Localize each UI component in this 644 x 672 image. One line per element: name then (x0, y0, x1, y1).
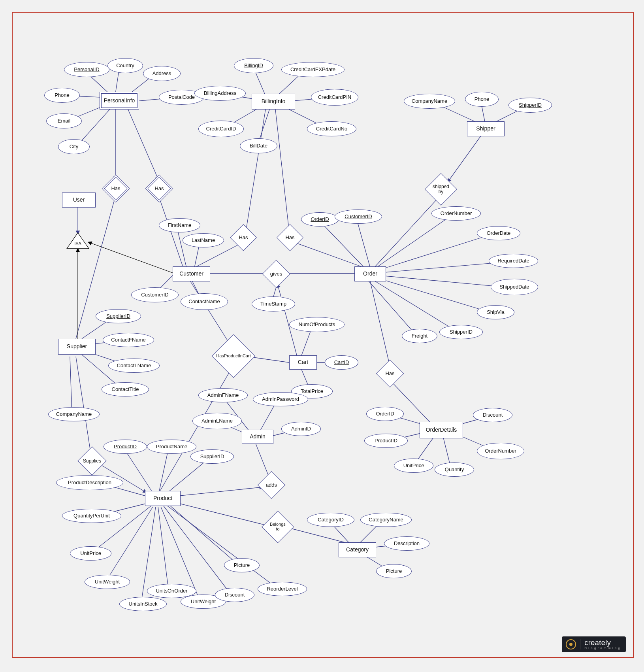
attr-od-disc: Discount (473, 408, 512, 422)
attr-prod-desc: ProductDescription (56, 475, 123, 490)
rel-belongsto[interactable]: Belongs to (266, 515, 289, 538)
entity-personalinfo[interactable]: PersonalInfo (100, 92, 139, 109)
svg-line-57 (70, 357, 72, 414)
logo-tagline: D i a g r a m m i n g (584, 646, 620, 650)
attr-prod-uw1: UnitWeight (85, 575, 130, 589)
isa-triangle[interactable]: ISA (66, 232, 90, 250)
entity-supplier[interactable]: Supplier (58, 339, 96, 355)
attr-prod-stk: UnitsInStock (119, 597, 167, 611)
attr-od-oid: OrderID (366, 407, 404, 421)
attr-admin-pw: AdminPassword (253, 392, 308, 406)
svg-line-39 (376, 214, 453, 268)
attr-prod-supp: SupplierID (190, 449, 234, 464)
rel-shippedby[interactable]: shipped by (429, 178, 452, 201)
svg-line-17 (275, 109, 289, 232)
attr-cust-fn: FirstName (159, 218, 200, 232)
rel-adds[interactable]: adds (262, 475, 281, 495)
attr-ord-cust: CustomerID (335, 210, 382, 224)
svg-line-43 (378, 278, 493, 313)
attr-cat-id: CategoryID (307, 513, 354, 527)
attr-admin-fn: AdminFName (198, 388, 248, 402)
rel-has-bill-customer[interactable]: Has (234, 228, 253, 247)
attr-ord-fr: Freight (402, 329, 437, 343)
rel-gives[interactable]: gives (266, 264, 286, 284)
attr-supp-title: ContactTitle (102, 382, 149, 396)
entity-shipper[interactable]: Shipper (467, 121, 505, 136)
page-frame: PersonalInfo PersonalID Country Address … (0, 0, 644, 672)
attr-cat-pic: Picture (376, 564, 412, 578)
attr-admin-ln: AdminLName (192, 413, 242, 429)
attr-cat-name: CategoryName (360, 513, 412, 527)
attr-cust-ln: LastName (183, 233, 224, 247)
attr-od-up: UnitPrice (394, 459, 433, 473)
svg-line-75 (291, 529, 345, 542)
attr-prod-qpu: QuantityPerUnit (62, 509, 121, 523)
attr-country: Country (107, 58, 143, 73)
attr-ccexp: CreditCardEXPdate (281, 62, 345, 77)
attr-cat-desc: Description (384, 536, 429, 551)
svg-line-8 (127, 108, 159, 181)
svg-line-84 (158, 507, 169, 592)
attr-sh-phone: Phone (465, 92, 499, 107)
attr-supp-co: CompanyName (48, 407, 100, 421)
attr-personalid: PersonalID (64, 62, 109, 77)
svg-line-74 (169, 501, 271, 527)
entity-billinginfo[interactable]: BillingInfo (252, 94, 295, 109)
entity-orderdetails[interactable]: OrderDetails (420, 422, 463, 438)
attr-address: Address (143, 66, 181, 81)
attr-sh-company: CompanyName (404, 94, 455, 109)
attr-ccid: CreditCardID (198, 121, 244, 137)
svg-line-45 (368, 281, 418, 337)
attr-ord-ship: ShippedDate (491, 279, 538, 295)
attr-prod-id: ProductID (104, 440, 147, 454)
attr-cust-cn: ContactName (181, 293, 228, 310)
attr-phone: Phone (44, 88, 80, 103)
svg-line-47 (374, 194, 441, 268)
bulb-icon (566, 639, 576, 649)
attr-supp-cln: ContactLName (108, 359, 160, 373)
entity-customer[interactable]: Customer (173, 266, 210, 281)
attr-ord-via: ShipVia (477, 305, 514, 319)
attr-ccno: CreditCardNo (307, 121, 356, 136)
attr-billaddr: BillingAddress (194, 86, 246, 101)
attr-ord-req: RequiredDate (489, 254, 538, 268)
attr-od-num: OrderNumber (477, 443, 524, 459)
attr-cust-id: CustomerID (131, 287, 179, 302)
rel-supplies[interactable]: Supplies (82, 451, 102, 471)
svg-line-38 (356, 218, 370, 268)
attr-supp-id: SupplierID (96, 309, 141, 323)
attr-prod-disc: Discount (215, 588, 254, 602)
svg-line-33 (88, 242, 175, 274)
rel-has-personal-customer[interactable]: Has (149, 179, 169, 198)
attr-admin-id: AdminID (281, 422, 321, 436)
svg-line-42 (380, 276, 508, 287)
svg-line-77 (159, 447, 169, 493)
rel-hasprodcart[interactable]: HasProductInCart (218, 341, 249, 372)
rel-has-orderdetails[interactable]: Has (380, 364, 400, 383)
svg-line-76 (123, 447, 153, 493)
attr-ord-date: OrderDate (477, 226, 520, 240)
svg-line-44 (374, 281, 459, 333)
attr-city: City (58, 139, 90, 154)
svg-line-46 (293, 242, 364, 268)
attr-prod-name: ProductName (147, 440, 196, 454)
rel-has-bill-order[interactable]: Has (281, 228, 299, 247)
entity-cart[interactable]: Cart (289, 355, 317, 370)
rel-has-personal-supplier[interactable]: Has (106, 179, 126, 198)
entity-category[interactable]: Category (339, 542, 376, 557)
svg-line-88 (167, 503, 240, 566)
creately-logo: creately D i a g r a m m i n g (562, 636, 626, 652)
svg-line-87 (166, 505, 279, 590)
attr-cart-num: NumOfProducts (289, 317, 345, 332)
svg-line-73 (169, 487, 264, 497)
attr-cart-id: CartID (325, 355, 358, 370)
entity-order[interactable]: Order (354, 266, 386, 281)
svg-line-86 (164, 506, 232, 596)
attr-sh-id: ShipperID (508, 98, 552, 113)
entity-product[interactable]: Product (145, 491, 181, 506)
attr-timestamp: TimeStamp (252, 296, 295, 311)
entity-admin[interactable]: Admin (242, 430, 273, 444)
entity-user[interactable]: User (62, 193, 96, 208)
attr-prod-pic: Picture (224, 558, 260, 572)
attr-ccpin: CreditCardPIN (311, 89, 358, 106)
